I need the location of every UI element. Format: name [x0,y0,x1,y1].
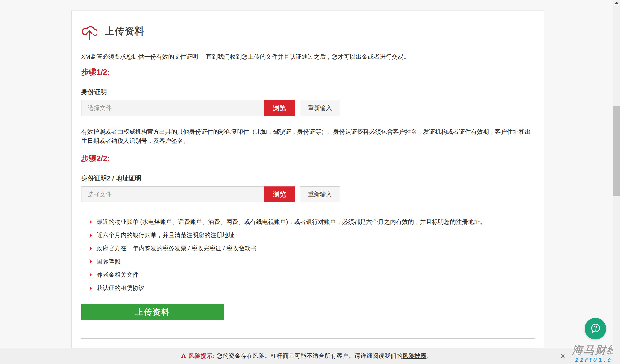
warning-triangle-icon [181,353,186,359]
identity-description: 有效护照或者由权威机构官方出具的其他身份证件的彩色复印件（比如：驾驶证，身份证等… [81,127,534,145]
address-file-input[interactable] [81,187,264,202]
list-item: 养老金相关文件 [81,271,535,278]
identity-reset-button[interactable]: 重新输入 [300,100,340,116]
bullet-arrow-icon [89,286,92,291]
step1-heading: 步骤1/2: [81,68,535,77]
address-reset-button[interactable]: 重新输入 [300,186,340,202]
risk-prefix: 风险提示: [188,352,215,360]
card-bottom-divider [81,338,535,339]
address-file-box [81,186,264,202]
identity-proof-label: 身份证明 [81,88,535,96]
list-item: 国际驾照 [81,258,535,265]
help-button[interactable]: ? [585,318,606,339]
svg-text:?: ? [594,324,597,331]
identity-browse-button[interactable]: 浏览 [264,100,295,116]
identity-file-box [81,100,264,116]
address-proof-label: 身份证明2 / 地址证明 [81,175,535,182]
list-item: 政府官方在一年内签发的税务发票 / 税收完税证 / 税收缴款书 [81,245,535,252]
page-title: 上传资料 [105,25,144,38]
identity-file-row: 浏览 重新输入 [81,100,535,116]
list-item: 获认证的租赁协议 [81,285,535,292]
identity-file-input[interactable] [81,100,264,116]
list-item-text: 近六个月内的银行账单，并且清楚注明您的注册地址 [96,231,234,239]
bullet-arrow-icon [89,246,92,251]
risk-disclosure-link[interactable]: 风险披露 [403,352,426,359]
help-chat-icon: ? [589,323,601,335]
close-icon[interactable]: × [558,351,567,361]
scrollbar-thumb[interactable] [613,106,620,196]
list-item-text: 最近的物业账单 (水电煤账单、话费账单、油费、网费、或有线电视账单)，或者银行对… [96,218,486,226]
scrollbar[interactable] [613,0,620,364]
list-item-text: 国际驾照 [96,258,121,266]
upload-submit-button[interactable]: 上传资料 [81,304,224,320]
list-item-text: 获认证的租赁协议 [96,284,144,292]
scroll-up-icon[interactable] [614,2,619,4]
address-file-row: 浏览 重新输入 [81,186,535,202]
watermark-domain: zzrt01.cn [572,357,618,363]
accepted-documents-list: 最近的物业账单 (水电煤账单、话费账单、油费、网费、或有线电视账单)，或者银行对… [81,218,535,292]
address-browse-button[interactable]: 浏览 [264,186,295,202]
list-item: 最近的物业账单 (水电煤账单、话费账单、油费、网费、或有线电视账单)，或者银行对… [81,218,535,226]
list-item-text: 政府官方在一年内签发的税务发票 / 税收完税证 / 税收缴款书 [96,244,256,253]
upload-cloud-icon [81,22,97,40]
watermark: 海马财经 zzrt01.cn [572,345,618,363]
upload-card: 上传资料 XM监管必须要求您提供一份有效的文件证明。 直到我们收到您上传的文件并… [71,11,544,364]
bullet-arrow-icon [89,232,92,238]
list-item-text: 养老金相关文件 [96,271,139,279]
risk-warning-bar: 风险提示: 您的资金存在风险。杠杆商品可能不适合所有客户。请详细阅读我们的风险披… [0,348,613,364]
card-header: 上传资料 [81,22,535,40]
list-item: 近六个月内的银行账单，并且清楚注明您的注册地址 [81,232,535,239]
bullet-arrow-icon [89,219,92,225]
watermark-title: 海马财经 [572,345,618,355]
step2-heading: 步骤2/2: [81,154,535,163]
risk-message: 您的资金存在风险。杠杆商品可能不适合所有客户。请详细阅读我们的风险披露。 [217,352,433,360]
intro-text: XM监管必须要求您提供一份有效的文件证明。 直到我们收到您上传的文件并且认证通过… [81,53,535,60]
bullet-arrow-icon [89,259,92,264]
bullet-arrow-icon [89,272,92,278]
